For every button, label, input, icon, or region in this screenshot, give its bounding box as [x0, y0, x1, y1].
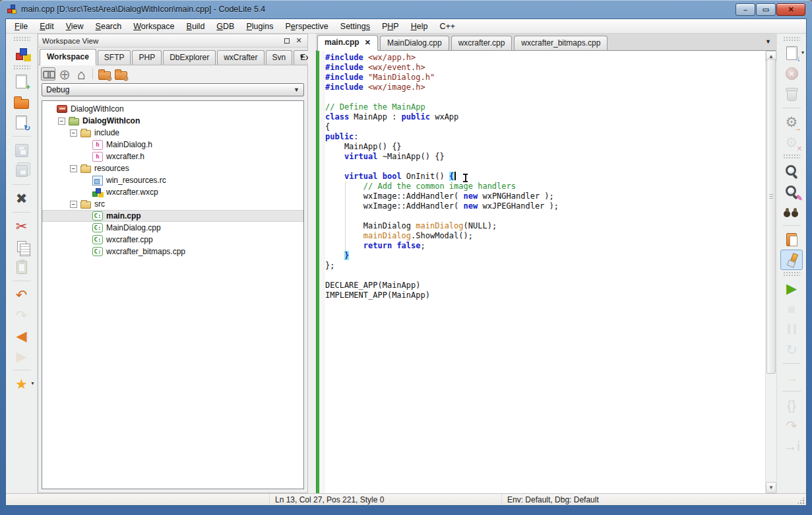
- tree-item-include[interactable]: −include: [42, 127, 303, 139]
- tree-item-win-resources-rc[interactable]: win_resources.rc: [42, 174, 303, 186]
- right-toolbar-grip[interactable]: [783, 154, 800, 158]
- find-in-files-icon[interactable]: [780, 201, 803, 222]
- header-icon: h: [92, 140, 103, 150]
- code-area[interactable]: #include <wx/app.h>#include <wx/event.h>…: [325, 53, 765, 300]
- menu-plugins[interactable]: Plugins: [240, 20, 279, 32]
- left-toolbar-separator: [13, 281, 31, 281]
- build-project-icon[interactable]: ↓▾: [780, 43, 803, 63]
- menu-workspace[interactable]: Workspace: [127, 20, 180, 32]
- code-line: wxImage::AddHandler( new wxPNGHandler );: [325, 191, 765, 201]
- backward-icon[interactable]: ◀: [11, 326, 33, 346]
- panel-splitter[interactable]: [308, 34, 316, 493]
- tree-item-main-cpp[interactable]: C:main.cpp: [42, 210, 303, 222]
- tree-item-wxcrafter-h[interactable]: hwxcrafter.h: [42, 151, 303, 162]
- reload-file-icon[interactable]: ↻: [11, 112, 33, 133]
- menu-settings[interactable]: Settings: [334, 20, 376, 32]
- left-toolbar-grip[interactable]: [13, 65, 30, 69]
- editor-tab-wxcrafter-cpp[interactable]: wxcrafter.cpp: [451, 36, 513, 50]
- maximize-button[interactable]: ▭: [756, 3, 776, 16]
- link-editor-button[interactable]: [41, 67, 55, 81]
- tree-item-maindialog-h[interactable]: hMainDialog.h: [42, 139, 303, 151]
- workspace-settings-button[interactable]: [113, 67, 128, 81]
- tree-item-src[interactable]: −src: [42, 198, 303, 210]
- cut-icon[interactable]: ✂: [11, 216, 33, 236]
- workspace-tab-dbexplorer[interactable]: DbExplorer: [163, 50, 216, 65]
- indent-guide: [345, 182, 346, 260]
- editor-tab-main-cpp[interactable]: main.cpp✕: [317, 35, 378, 51]
- tree-item-wxcrafter-wxcp[interactable]: wxcrafter.wxcp: [42, 186, 303, 198]
- menu-file[interactable]: File: [9, 20, 34, 32]
- code-line: [325, 162, 765, 172]
- close-file-icon[interactable]: ✖: [11, 188, 33, 209]
- workspace-tab-workspace[interactable]: Workspace: [40, 49, 96, 65]
- copy-icon[interactable]: [11, 236, 33, 257]
- expander-icon[interactable]: −: [70, 129, 77, 137]
- code-line: IMPLEMENT_APP(MainApp): [325, 291, 765, 300]
- left-toolbar-grip[interactable]: [13, 36, 30, 41]
- code-line: [325, 211, 765, 221]
- menu-help[interactable]: Help: [405, 20, 434, 32]
- resize-grip[interactable]: [796, 496, 805, 505]
- build-config-dropdown[interactable]: Debug ▼: [42, 83, 304, 96]
- menu-search[interactable]: Search: [90, 20, 128, 32]
- find-and-replace-icon[interactable]: ✎: [780, 181, 803, 201]
- header-icon: h: [92, 152, 103, 162]
- editor-tab-wxcrafter-bitmaps-cpp[interactable]: wxcrafter_bitmaps.cpp: [514, 36, 608, 50]
- close-panel-icon[interactable]: ✕: [294, 36, 303, 46]
- wxcrafter-icon[interactable]: [11, 43, 33, 63]
- workspace-tab-wxcrafter[interactable]: wxCrafter: [217, 50, 264, 65]
- tab-overflow-icon[interactable]: ▼: [299, 53, 305, 60]
- tree-item-maindialog-cpp[interactable]: C:MainDialog.cpp: [42, 222, 303, 234]
- expander-icon[interactable]: −: [58, 118, 65, 125]
- tree-item-resources[interactable]: −resources: [42, 162, 303, 174]
- tree-item-dialogwithicon[interactable]: −DialogWithIcon: [42, 115, 303, 127]
- tab-close-icon[interactable]: ✕: [365, 38, 371, 47]
- editor-tab-maindialog-cpp[interactable]: MainDialog.cpp: [380, 36, 449, 50]
- menu-gdb[interactable]: GDB: [210, 20, 240, 32]
- scrollbar-thumb[interactable]: [766, 59, 776, 374]
- dropdown-arrow-icon[interactable]: ▾: [31, 380, 34, 386]
- home-button[interactable]: ⌂: [74, 67, 88, 81]
- folder-project-icon: [69, 118, 79, 125]
- tree-item-wxcrafter-bitmaps-cpp[interactable]: C:wxcrafter_bitmaps.cpp: [42, 246, 303, 258]
- highlight-word-icon[interactable]: [780, 250, 803, 270]
- left-toolbar-separator: [13, 184, 31, 185]
- title-bar[interactable]: main.cpp [D:\src\TestArea\DialogWithIcon…: [0, 0, 812, 18]
- right-toolbar-grip[interactable]: [783, 271, 800, 276]
- menu-edit[interactable]: Edit: [34, 20, 60, 32]
- undo-icon[interactable]: ↶: [11, 285, 33, 305]
- find-resource-icon[interactable]: [780, 229, 803, 250]
- tree-item-dialogwithicon[interactable]: DialogWithIcon: [42, 103, 303, 115]
- menu-c[interactable]: C++: [433, 20, 461, 32]
- expander-icon[interactable]: −: [70, 165, 77, 172]
- open-file-icon[interactable]: [11, 92, 33, 112]
- workspace-tab-sftp[interactable]: SFTP: [98, 50, 131, 65]
- menu-view[interactable]: View: [60, 20, 90, 32]
- project-settings-button[interactable]: [97, 67, 111, 81]
- tree-item-wxcrafter-cpp[interactable]: C:wxcrafter.cpp: [42, 234, 303, 246]
- expander-icon[interactable]: −: [70, 201, 77, 208]
- workspace-toolbar-separator: [92, 69, 93, 79]
- workspace-tab-svn[interactable]: Svn: [266, 50, 293, 65]
- bookmark-star-icon[interactable]: ★▾: [11, 374, 33, 394]
- run-debugger-icon[interactable]: ▶: [780, 278, 803, 298]
- build-and-run-icon[interactable]: ⚙→: [780, 112, 803, 132]
- folder-icon: [80, 130, 91, 137]
- workspace-panel: Workspace View ✕ WorkspaceSFTPPHPDbExplo…: [38, 34, 308, 493]
- scroll-down-arrow-icon[interactable]: ▼: [766, 482, 776, 493]
- menu-build[interactable]: Build: [181, 20, 211, 32]
- new-file-icon[interactable]: +: [11, 71, 33, 92]
- minimize-button[interactable]: –: [735, 3, 755, 16]
- dropdown-arrow-icon[interactable]: ▾: [801, 50, 804, 55]
- right-toolbar-grip[interactable]: [783, 36, 800, 41]
- close-button[interactable]: ✕: [776, 3, 805, 16]
- menu-php[interactable]: PHP: [376, 20, 405, 32]
- find-icon[interactable]: [780, 160, 803, 181]
- editor-vertical-scrollbar[interactable]: ▲ ▼: [765, 51, 776, 493]
- menu-perspective[interactable]: Perspective: [279, 20, 334, 32]
- float-panel-icon[interactable]: [282, 36, 292, 46]
- workspace-tab-php[interactable]: PHP: [132, 50, 162, 65]
- code-editor[interactable]: #include <wx/app.h>#include <wx/event.h>…: [316, 51, 776, 493]
- editor-tab-overflow-icon[interactable]: ▼: [765, 38, 771, 45]
- expand-button[interactable]: ⊕: [57, 67, 72, 81]
